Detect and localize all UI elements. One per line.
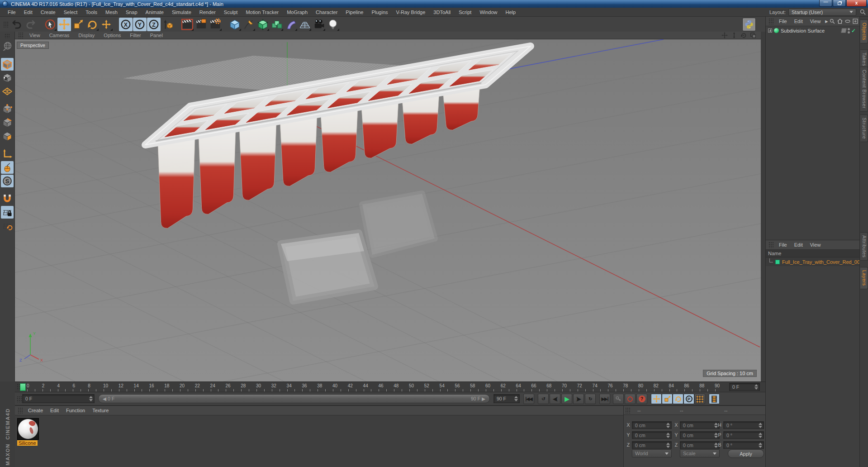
menu-item-character[interactable]: Character [312, 9, 342, 16]
add-deformer-button[interactable] [284, 18, 298, 31]
timeline-frame-28[interactable]: 28 [241, 383, 246, 388]
search-icon[interactable] [829, 18, 835, 24]
timeline-frame-62[interactable]: 62 [501, 383, 506, 388]
coordinate-system-button[interactable] [161, 18, 175, 31]
menu-item-pipeline[interactable]: Pipeline [342, 9, 367, 16]
range-start-field[interactable]: 0 F [22, 394, 95, 403]
coord-field-z-scale[interactable]: 0 cm [680, 441, 720, 449]
render-settings-button[interactable] [209, 18, 222, 31]
transport-keyframe-pla-button[interactable] [694, 394, 705, 404]
menu-item-file[interactable]: File [775, 18, 791, 24]
transport-go-to-start-button[interactable]: |◀◀ [523, 394, 534, 404]
stepper-icon[interactable] [666, 433, 670, 438]
add-light-button[interactable] [326, 18, 340, 31]
coord-field-x-scale[interactable]: 0 cm [680, 421, 720, 429]
add-spline-button[interactable] [242, 18, 256, 31]
menu-item-options[interactable]: Options [99, 32, 125, 38]
dolly-view-icon[interactable] [731, 32, 737, 38]
transport-go-to-end-button[interactable]: ▶▶| [599, 394, 610, 404]
menu-item-create[interactable]: Create [24, 407, 47, 414]
transport-keyframe-selection-help-button[interactable]: ? [636, 394, 647, 404]
menu-item-motion-tracker[interactable]: Motion Tracker [242, 9, 283, 16]
apply-button[interactable]: Apply [728, 449, 764, 458]
menu-item-3dtoall[interactable]: 3DToAll [429, 9, 455, 16]
menu-item-cameras[interactable]: Cameras [45, 32, 74, 38]
orbit-view-icon[interactable] [740, 32, 747, 38]
transport-previous-frame-button[interactable]: ◀( [550, 394, 560, 404]
timeline-frame-58[interactable]: 58 [470, 383, 475, 388]
menu-item-render[interactable]: Render [195, 9, 220, 16]
material-item[interactable]: Silicone [17, 418, 40, 446]
texture-mode-button[interactable] [1, 71, 14, 84]
coord-field-y-pos[interactable]: 0 cm [632, 431, 672, 439]
range-end-field[interactable]: 90 F [493, 394, 520, 403]
timeline-frame-6[interactable]: 6 [72, 383, 75, 388]
render-view-button[interactable] [180, 18, 194, 31]
timeline-frame-78[interactable]: 78 [623, 383, 628, 388]
timeline-frame-60[interactable]: 60 [485, 383, 490, 388]
timeline-frame-10[interactable]: 10 [103, 383, 108, 388]
timeline-frame-24[interactable]: 24 [210, 383, 215, 388]
timeline-frame-66[interactable]: 66 [531, 383, 536, 388]
tab-layers[interactable]: Layers [860, 267, 868, 289]
stepper-icon[interactable] [759, 433, 762, 438]
edges-mode-button[interactable] [1, 116, 14, 129]
snap-mode-button[interactable]: S [1, 175, 14, 187]
stepper-icon[interactable] [666, 443, 670, 448]
layout-dropdown[interactable]: Startup (User) [788, 9, 856, 16]
add-cube-button[interactable] [228, 18, 242, 31]
menu-item-v-ray-bridge[interactable]: V-Ray Bridge [392, 9, 430, 16]
material-preview-sphere[interactable] [17, 418, 39, 440]
timeline-frame-22[interactable]: 22 [195, 383, 200, 388]
menu-item-view[interactable]: View [25, 32, 45, 38]
timeline-frame-64[interactable]: 64 [516, 383, 521, 388]
coord-field-p-rot[interactable]: 0 ° [723, 431, 764, 439]
menu-item-sculpt[interactable]: Sculpt [220, 9, 242, 16]
python-console-button[interactable] [742, 18, 756, 31]
menu-item-file[interactable]: File [4, 9, 20, 16]
transport-keyframe-parameter-button[interactable]: P [683, 394, 694, 404]
timeline-frame-14[interactable]: 14 [134, 383, 139, 388]
add-view-icon[interactable] [852, 18, 859, 24]
planar-workplane-button[interactable] [1, 219, 14, 232]
rotate-button[interactable] [85, 18, 99, 31]
menu-item-file[interactable]: File [775, 242, 791, 248]
timeline-frame-2[interactable]: 2 [42, 383, 45, 388]
material-grip[interactable] [18, 407, 23, 414]
stepper-icon[interactable] [666, 423, 670, 428]
tweak-mode-button[interactable] [1, 161, 14, 174]
timeline-frame-80[interactable]: 80 [638, 383, 643, 388]
transport-autokeying-button[interactable] [625, 394, 636, 404]
add-cloner-button[interactable] [270, 18, 284, 31]
timeline-frame-46[interactable]: 46 [378, 383, 383, 388]
timeline-frame-42[interactable]: 42 [348, 383, 353, 388]
transport-next-frame-button[interactable]: )▶ [573, 394, 584, 404]
timeline-frame-68[interactable]: 68 [546, 383, 551, 388]
points-mode-button[interactable] [1, 103, 14, 115]
timeline-frame-18[interactable]: 18 [164, 383, 169, 388]
expand-icon[interactable] [768, 29, 772, 33]
menu-item-script[interactable]: Script [455, 9, 475, 16]
transport-play-forwards-button[interactable]: ▶ [561, 394, 572, 404]
coord-field-h-rot[interactable]: 0 ° [723, 421, 764, 429]
more-menus-icon[interactable]: ▶ [824, 19, 829, 24]
timeline-playhead[interactable] [20, 383, 26, 391]
model-mode-button[interactable] [1, 58, 14, 71]
menu-item-view[interactable]: View [806, 242, 825, 248]
menu-item-function[interactable]: Function [62, 407, 89, 414]
layer-row[interactable]: Full_Ice_Tray_with_Cover_Red_001 [766, 257, 859, 266]
transport-record-keyframe-button[interactable] [613, 394, 624, 404]
menu-item-texture[interactable]: Texture [89, 407, 112, 414]
menu-item-edit[interactable]: Edit [791, 242, 806, 248]
timeline-frame-26[interactable]: 26 [225, 383, 230, 388]
timeline-frame-48[interactable]: 48 [394, 383, 398, 388]
minimize-button[interactable]: — [819, 0, 832, 7]
timeline-frame-44[interactable]: 44 [363, 383, 368, 388]
search-icon[interactable] [859, 9, 866, 15]
timeline-frame-34[interactable]: 34 [287, 383, 292, 388]
close-button[interactable]: x [846, 0, 867, 7]
object-manager-grip[interactable] [768, 18, 774, 24]
coord-field-b-rot[interactable]: 0 ° [723, 441, 764, 449]
timeline-frame-74[interactable]: 74 [593, 383, 598, 388]
timeline-frame-82[interactable]: 82 [654, 383, 659, 388]
